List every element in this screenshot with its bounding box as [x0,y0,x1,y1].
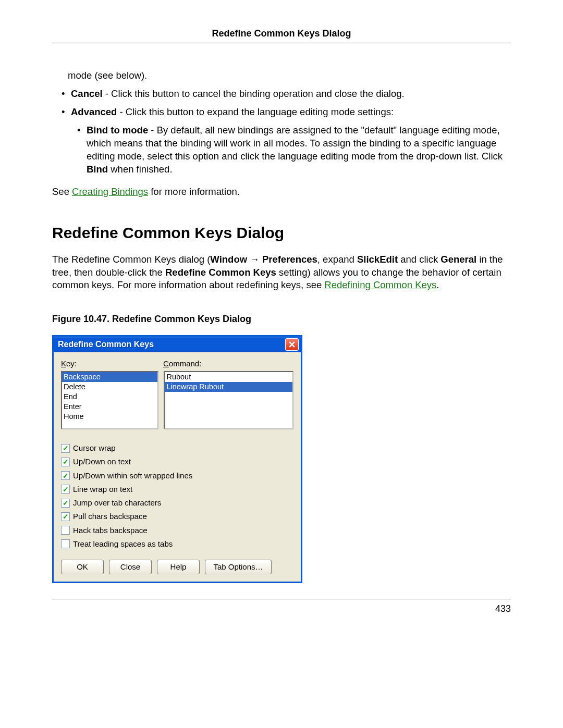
key-list-item[interactable]: Backspace [62,372,157,382]
bindmode-end: when finished. [108,164,172,175]
checkbox-label: Up/Down within soft wrapped lines [73,471,192,481]
dialog-titlebar[interactable]: Redefine Common Keys [54,337,301,352]
intro-mid1: , expand [317,254,357,265]
close-button[interactable] [285,338,299,351]
bullet-cancel: • Cancel - Click this button to cancel t… [62,88,511,101]
checkbox[interactable] [61,485,70,493]
checkbox[interactable] [61,499,70,508]
bindmode-bind-word: Bind [87,164,108,175]
intro-preferences: Preferences [262,254,317,265]
intro-paragraph: The Redefine Common Keys dialog (Window … [52,253,511,292]
command-label: Command: [163,359,201,369]
checkbox[interactable] [61,471,70,480]
advanced-desc: - Click this button to expand the langua… [117,106,394,117]
section-heading: Redefine Common Keys Dialog [52,223,511,244]
intro-general: General [440,254,476,265]
command-list-item[interactable]: Linewrap Rubout [165,382,292,392]
checkbox-label: Pull chars backspace [73,511,147,522]
running-header: Redefine Common Keys Dialog [52,27,511,43]
checkbox-row[interactable]: Pull chars backspace [61,511,293,522]
bindmode-term: Bind to mode [87,125,148,135]
checkbox-label: Line wrap on text [73,484,132,495]
key-label: Key: [61,359,163,369]
checkbox-label: Up/Down on text [73,456,131,467]
close-icon [289,341,295,348]
see-line: See Creating Bindings for more informati… [52,186,511,199]
close-dialog-button[interactable]: Close [109,560,152,574]
intro-redefine: Redefine Common Keys [165,267,276,278]
dialog-title: Redefine Common Keys [58,339,285,350]
intro-slickedit: SlickEdit [357,254,398,265]
intro-arrow: → [247,254,262,265]
command-listbox[interactable]: RuboutLinewrap Rubout [164,371,293,429]
creating-bindings-link[interactable]: Creating Bindings [72,186,148,197]
footer-rule [52,599,511,599]
key-list-item[interactable]: Home [62,412,157,422]
advanced-term: Advanced [71,106,117,117]
intro-end: . [436,279,439,290]
checkbox-row[interactable]: Up/Down on text [61,456,293,467]
ok-button[interactable]: OK [61,560,104,574]
cancel-desc: - Click this button to cancel the bindin… [103,88,405,99]
bullet-bind-to-mode: • Bind to mode - By default, all new bin… [77,124,511,176]
checkbox-label: Hack tabs backspace [73,525,148,536]
checkbox-row[interactable]: Hack tabs backspace [61,525,293,536]
key-list-item[interactable]: Delete [62,382,157,392]
checkbox[interactable] [61,539,70,548]
checkbox-label: Cursor wrap [73,443,116,453]
checkbox[interactable] [61,458,70,466]
checkbox-label: Treat leading spaces as tabs [73,539,173,549]
figure-caption: Figure 10.47. Redefine Common Keys Dialo… [52,313,511,325]
checkbox[interactable] [61,526,70,535]
key-list-item[interactable]: Enter [62,402,157,412]
help-button[interactable]: Help [157,560,200,574]
continuation-text: mode (see below). [68,69,511,82]
key-list-item[interactable]: End [62,392,157,402]
see-post: for more information. [148,186,240,197]
intro-mid2: and click [398,254,440,265]
bindmode-desc: - By default, all new bindings are assig… [87,125,503,162]
checkbox-row[interactable]: Treat leading spaces as tabs [61,539,293,549]
header-rule [52,43,511,43]
checkbox-label: Jump over tab characters [73,498,161,508]
checkbox-row[interactable]: Line wrap on text [61,484,293,495]
cancel-term: Cancel [71,88,103,99]
checkbox-row[interactable]: Jump over tab characters [61,498,293,508]
bullet-advanced: • Advanced - Click this button to expand… [62,106,511,119]
command-list-item[interactable]: Rubout [165,372,292,382]
page-number: 433 [52,602,511,615]
redefine-common-keys-dialog: Redefine Common Keys Key: Command: Backs… [52,335,302,584]
checkbox-row[interactable]: Cursor wrap [61,443,293,453]
see-pre: See [52,186,72,197]
checkbox[interactable] [61,512,70,521]
intro-window: Window [210,254,247,265]
checkbox[interactable] [61,444,70,453]
tab-options-button[interactable]: Tab Options… [205,560,272,574]
redefining-common-keys-link[interactable]: Redefining Common Keys [324,279,436,290]
key-listbox[interactable]: BackspaceDeleteEndEnterHome [61,371,158,429]
intro-pre: The Redefine Common Keys dialog ( [52,254,210,265]
checkbox-row[interactable]: Up/Down within soft wrapped lines [61,471,293,481]
